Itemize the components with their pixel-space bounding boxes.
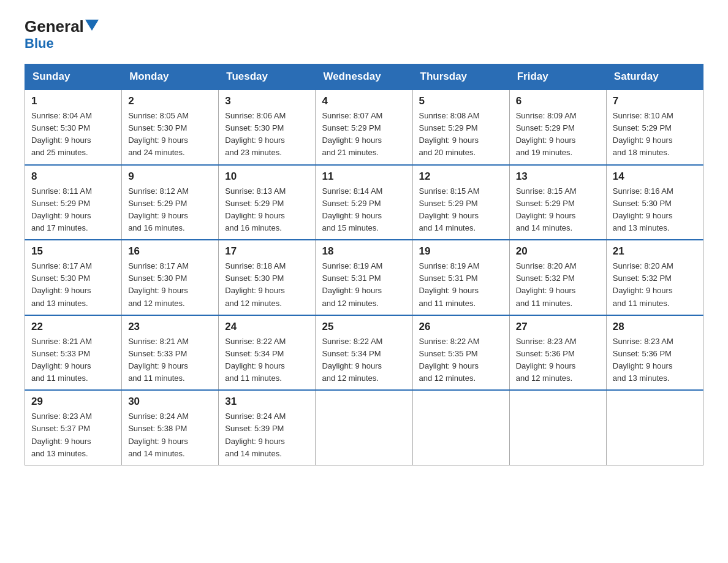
- calendar-cell: 8 Sunrise: 8:11 AMSunset: 5:29 PMDayligh…: [25, 165, 122, 240]
- day-info: Sunrise: 8:22 AMSunset: 5:34 PMDaylight:…: [225, 337, 286, 383]
- day-number: 24: [225, 321, 309, 333]
- calendar-cell: 3 Sunrise: 8:06 AMSunset: 5:30 PMDayligh…: [219, 90, 316, 165]
- day-number: 8: [31, 170, 115, 183]
- calendar-cell: 26 Sunrise: 8:22 AMSunset: 5:35 PMDaylig…: [412, 315, 509, 391]
- day-info: Sunrise: 8:17 AMSunset: 5:30 PMDaylight:…: [128, 261, 189, 307]
- day-info: Sunrise: 8:21 AMSunset: 5:33 PMDaylight:…: [31, 337, 92, 383]
- day-info: Sunrise: 8:19 AMSunset: 5:31 PMDaylight:…: [419, 261, 480, 307]
- weekday-header-tuesday: Tuesday: [219, 64, 316, 90]
- day-number: 21: [613, 245, 697, 258]
- day-number: 6: [516, 95, 600, 107]
- calendar-cell: 25 Sunrise: 8:22 AMSunset: 5:34 PMDaylig…: [316, 315, 412, 391]
- day-number: 12: [419, 170, 503, 183]
- weekday-header-friday: Friday: [509, 64, 606, 90]
- day-info: Sunrise: 8:07 AMSunset: 5:29 PMDaylight:…: [322, 111, 382, 157]
- day-number: 9: [128, 170, 212, 183]
- day-info: Sunrise: 8:04 AMSunset: 5:30 PMDaylight:…: [31, 111, 92, 157]
- weekday-header-monday: Monday: [122, 64, 219, 90]
- calendar-cell: 10 Sunrise: 8:13 AMSunset: 5:29 PMDaylig…: [219, 165, 316, 240]
- svg-marker-0: [85, 20, 99, 31]
- day-number: 4: [322, 95, 406, 107]
- day-info: Sunrise: 8:09 AMSunset: 5:29 PMDaylight:…: [516, 111, 577, 157]
- calendar-cell: 11 Sunrise: 8:14 AMSunset: 5:29 PMDaylig…: [316, 165, 412, 240]
- day-number: 22: [31, 321, 115, 333]
- day-info: Sunrise: 8:08 AMSunset: 5:29 PMDaylight:…: [419, 111, 480, 157]
- calendar-cell: 6 Sunrise: 8:09 AMSunset: 5:29 PMDayligh…: [509, 90, 606, 165]
- calendar-cell: 28 Sunrise: 8:23 AMSunset: 5:36 PMDaylig…: [606, 315, 703, 391]
- day-info: Sunrise: 8:23 AMSunset: 5:37 PMDaylight:…: [31, 412, 92, 458]
- calendar-cell: 15 Sunrise: 8:17 AMSunset: 5:30 PMDaylig…: [25, 240, 122, 315]
- day-info: Sunrise: 8:05 AMSunset: 5:30 PMDaylight:…: [128, 111, 189, 157]
- weekday-header-thursday: Thursday: [412, 64, 509, 90]
- weekday-header-sunday: Sunday: [25, 64, 122, 90]
- calendar-cell: 30 Sunrise: 8:24 AMSunset: 5:38 PMDaylig…: [122, 390, 219, 465]
- calendar-cell: 22 Sunrise: 8:21 AMSunset: 5:33 PMDaylig…: [25, 315, 122, 391]
- day-info: Sunrise: 8:15 AMSunset: 5:29 PMDaylight:…: [516, 186, 577, 232]
- day-number: 29: [31, 396, 115, 408]
- calendar-week-row: 22 Sunrise: 8:21 AMSunset: 5:33 PMDaylig…: [25, 315, 703, 391]
- day-info: Sunrise: 8:18 AMSunset: 5:30 PMDaylight:…: [225, 261, 286, 307]
- day-number: 3: [225, 95, 309, 107]
- day-number: 7: [613, 95, 697, 107]
- logo: General Blue: [25, 18, 99, 52]
- day-info: Sunrise: 8:11 AMSunset: 5:29 PMDaylight:…: [31, 186, 92, 232]
- calendar-cell: 21 Sunrise: 8:20 AMSunset: 5:32 PMDaylig…: [606, 240, 703, 315]
- day-number: 10: [225, 170, 309, 183]
- day-info: Sunrise: 8:21 AMSunset: 5:33 PMDaylight:…: [128, 337, 189, 383]
- day-number: 2: [128, 95, 212, 107]
- day-number: 26: [419, 321, 503, 333]
- day-info: Sunrise: 8:22 AMSunset: 5:34 PMDaylight:…: [322, 337, 382, 383]
- calendar-week-row: 29 Sunrise: 8:23 AMSunset: 5:37 PMDaylig…: [25, 390, 703, 465]
- day-info: Sunrise: 8:24 AMSunset: 5:38 PMDaylight:…: [128, 412, 189, 458]
- weekday-header-wednesday: Wednesday: [316, 64, 412, 90]
- calendar-week-row: 1 Sunrise: 8:04 AMSunset: 5:30 PMDayligh…: [25, 90, 703, 165]
- day-number: 30: [128, 396, 212, 408]
- day-info: Sunrise: 8:23 AMSunset: 5:36 PMDaylight:…: [613, 337, 673, 383]
- day-info: Sunrise: 8:15 AMSunset: 5:29 PMDaylight:…: [419, 186, 480, 232]
- day-number: 13: [516, 170, 600, 183]
- day-number: 19: [419, 245, 503, 258]
- day-info: Sunrise: 8:16 AMSunset: 5:30 PMDaylight:…: [613, 186, 673, 232]
- calendar-cell: 9 Sunrise: 8:12 AMSunset: 5:29 PMDayligh…: [122, 165, 219, 240]
- day-number: 25: [322, 321, 406, 333]
- day-number: 23: [128, 321, 212, 333]
- calendar-cell: 29 Sunrise: 8:23 AMSunset: 5:37 PMDaylig…: [25, 390, 122, 465]
- day-info: Sunrise: 8:17 AMSunset: 5:30 PMDaylight:…: [31, 261, 92, 307]
- calendar-cell: 17 Sunrise: 8:18 AMSunset: 5:30 PMDaylig…: [219, 240, 316, 315]
- day-number: 18: [322, 245, 406, 258]
- day-info: Sunrise: 8:12 AMSunset: 5:29 PMDaylight:…: [128, 186, 189, 232]
- calendar-cell: 18 Sunrise: 8:19 AMSunset: 5:31 PMDaylig…: [316, 240, 412, 315]
- calendar-cell: 20 Sunrise: 8:20 AMSunset: 5:32 PMDaylig…: [509, 240, 606, 315]
- day-info: Sunrise: 8:10 AMSunset: 5:29 PMDaylight:…: [613, 111, 673, 157]
- calendar-cell: [412, 390, 509, 465]
- calendar-cell: [509, 390, 606, 465]
- calendar-cell: 24 Sunrise: 8:22 AMSunset: 5:34 PMDaylig…: [219, 315, 316, 391]
- day-info: Sunrise: 8:19 AMSunset: 5:31 PMDaylight:…: [322, 261, 382, 307]
- calendar-cell: [316, 390, 412, 465]
- calendar-cell: [606, 390, 703, 465]
- day-info: Sunrise: 8:24 AMSunset: 5:39 PMDaylight:…: [225, 412, 286, 458]
- day-info: Sunrise: 8:14 AMSunset: 5:29 PMDaylight:…: [322, 186, 382, 232]
- calendar-cell: 23 Sunrise: 8:21 AMSunset: 5:33 PMDaylig…: [122, 315, 219, 391]
- day-number: 31: [225, 396, 309, 408]
- day-info: Sunrise: 8:23 AMSunset: 5:36 PMDaylight:…: [516, 337, 577, 383]
- calendar-cell: 2 Sunrise: 8:05 AMSunset: 5:30 PMDayligh…: [122, 90, 219, 165]
- weekday-header-saturday: Saturday: [606, 64, 703, 90]
- day-number: 15: [31, 245, 115, 258]
- calendar-cell: 19 Sunrise: 8:19 AMSunset: 5:31 PMDaylig…: [412, 240, 509, 315]
- calendar-cell: 31 Sunrise: 8:24 AMSunset: 5:39 PMDaylig…: [219, 390, 316, 465]
- calendar-cell: 4 Sunrise: 8:07 AMSunset: 5:29 PMDayligh…: [316, 90, 412, 165]
- calendar-cell: 13 Sunrise: 8:15 AMSunset: 5:29 PMDaylig…: [509, 165, 606, 240]
- day-info: Sunrise: 8:20 AMSunset: 5:32 PMDaylight:…: [613, 261, 673, 307]
- logo-general: General: [25, 18, 84, 34]
- calendar-cell: 1 Sunrise: 8:04 AMSunset: 5:30 PMDayligh…: [25, 90, 122, 165]
- calendar-week-row: 15 Sunrise: 8:17 AMSunset: 5:30 PMDaylig…: [25, 240, 703, 315]
- day-number: 16: [128, 245, 212, 258]
- calendar-cell: 27 Sunrise: 8:23 AMSunset: 5:36 PMDaylig…: [509, 315, 606, 391]
- day-number: 27: [516, 321, 600, 333]
- day-number: 11: [322, 170, 406, 183]
- calendar-cell: 16 Sunrise: 8:17 AMSunset: 5:30 PMDaylig…: [122, 240, 219, 315]
- logo-blue: Blue: [25, 36, 54, 52]
- day-info: Sunrise: 8:22 AMSunset: 5:35 PMDaylight:…: [419, 337, 480, 383]
- day-number: 14: [613, 170, 697, 183]
